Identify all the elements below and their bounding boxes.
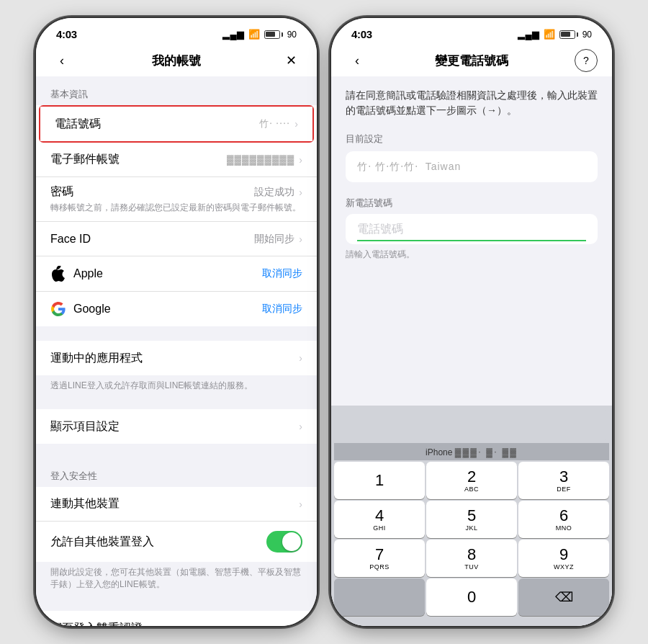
apps-label: 運動中的應用程式 — [50, 351, 143, 366]
key-6-num: 6 — [559, 508, 568, 524]
key-0-num: 0 — [467, 589, 476, 605]
status-bar-left: 4:03 ▂▄▆ 📶 90 — [36, 18, 317, 45]
status-bar-right: 4:03 ▂▄▆ 📶 90 — [331, 18, 612, 45]
phone-number-input[interactable] — [357, 221, 586, 241]
key-3[interactable]: 3 DEF — [518, 462, 609, 499]
allow-login-label: 允許自其他裝置登入 — [50, 535, 154, 550]
apple-label: Apple — [73, 267, 103, 280]
time-left: 4:03 — [56, 28, 77, 40]
faceid-label: Face ID — [50, 233, 91, 246]
faceid-status: 開始同步 — [254, 233, 294, 246]
apps-item[interactable]: 運動中的應用程式 › — [36, 341, 317, 375]
password-sub: 轉移帳號之前，請務必確認您已設定最新的密碼與電子郵件帳號。 — [50, 202, 301, 214]
key-7[interactable]: 7 PQRS — [334, 540, 425, 577]
web-login-chevron: › — [299, 622, 302, 626]
phone-label: 電話號碼 — [55, 117, 101, 132]
numeric-keyboard: iPhone ▓▓▓‧ ▓‧ ▓▓ 1 2 ABC 3 DEF — [331, 406, 612, 626]
key-8-num: 8 — [467, 547, 476, 563]
status-icons-right: ▂▄▆ 📶 90 — [518, 29, 592, 40]
password-item[interactable]: 密碼 設定成功 › 轉移帳號之前，請務必確認您已設定最新的密碼與電子郵件帳號。 — [36, 177, 317, 222]
google-label: Google — [73, 303, 111, 316]
keyboard-rows: 1 2 ABC 3 DEF 4 GHI — [334, 462, 609, 616]
section-security-label: 登入安全性 — [36, 458, 317, 487]
phone-number-item[interactable]: 電話號碼 竹‧ ‧‧‧‧ › — [40, 107, 312, 141]
page-title-left: 我的帳號 — [152, 53, 201, 69]
phone-right: 竹‧ ‧‧‧‧ › — [259, 117, 298, 130]
display-item[interactable]: 顯示項目設定 › — [36, 409, 317, 444]
key-1-num: 1 — [375, 473, 384, 488]
google-action[interactable]: 取消同步 — [262, 303, 302, 316]
battery-pct-r: 90 — [582, 30, 592, 40]
web-login-item[interactable]: 網頁登入雙重認證 › — [36, 611, 317, 626]
key-4-letters: GHI — [373, 524, 386, 532]
back-button-right[interactable]: ‹ — [346, 49, 369, 72]
apple-right: 取消同步 — [262, 267, 302, 280]
apple-left: Apple — [50, 266, 103, 282]
key-extra-left[interactable] — [334, 578, 425, 616]
page-title-right: 變更電話號碼 — [435, 53, 508, 69]
phone-value: 竹‧ ‧‧‧‧ — [259, 117, 291, 130]
display-label: 顯示項目設定 — [50, 419, 120, 434]
nav-bar-left: ‹ 我的帳號 ✕ — [36, 45, 317, 76]
help-button[interactable]: ? — [575, 49, 598, 72]
key-9[interactable]: 9 WXYZ — [518, 540, 609, 577]
key-6[interactable]: 6 MNO — [518, 501, 609, 538]
google-icon — [50, 301, 66, 317]
key-0[interactable]: 0 — [426, 578, 517, 616]
email-label: 電子郵件帳號 — [50, 152, 120, 167]
keyboard-iphone-bar: iPhone ▓▓▓‧ ▓‧ ▓▓ — [334, 443, 609, 460]
backspace-icon: ⌫ — [555, 589, 573, 605]
wifi-icon-r: 📶 — [544, 29, 555, 40]
faceid-item[interactable]: Face ID 開始同步 › — [36, 222, 317, 256]
wifi-icon: 📶 — [248, 29, 260, 40]
password-top: 密碼 設定成功 › — [50, 184, 302, 200]
password-label: 密碼 — [50, 184, 73, 200]
allow-login-toggle[interactable] — [266, 531, 302, 553]
security-group: 連動其他裝置 › 允許自其他裝置登入 — [36, 487, 317, 562]
nav-bar-right: ‹ 變更電話號碼 ? — [331, 45, 612, 76]
email-value: ▓▓▓▓▓▓▓▓▓ — [227, 154, 294, 165]
key-3-num: 3 — [559, 469, 568, 485]
google-item[interactable]: Google 取消同步 — [36, 292, 317, 326]
key-1[interactable]: 1 — [334, 462, 425, 499]
password-status: 設定成功 — [254, 186, 294, 199]
key-5[interactable]: 5 JKL — [426, 501, 517, 538]
key-backspace[interactable]: ⌫ — [518, 578, 609, 616]
other-devices-item[interactable]: 連動其他裝置 › — [36, 487, 317, 522]
other-devices-label: 連動其他裝置 — [50, 496, 120, 511]
allow-login-item[interactable]: 允許自其他裝置登入 — [36, 522, 317, 562]
keyboard-row-3: 7 PQRS 8 TUV 9 WXYZ — [334, 540, 609, 577]
apps-chevron: › — [299, 352, 302, 364]
key-5-num: 5 — [467, 508, 476, 524]
basic-info-group: 電話號碼 竹‧ ‧‧‧‧ › 電子郵件帳號 ▓▓▓▓▓▓▓▓▓ › — [36, 105, 317, 326]
key-2-letters: ABC — [464, 486, 479, 493]
web-login-group: 網頁登入雙重認證 › — [36, 611, 317, 626]
key-8[interactable]: 8 TUV — [426, 540, 517, 577]
key-4[interactable]: 4 GHI — [334, 501, 425, 538]
password-right: 設定成功 › — [254, 186, 302, 199]
key-9-letters: WXYZ — [554, 563, 574, 571]
key-5-letters: JKL — [465, 524, 477, 532]
back-button-left[interactable]: ‹ — [50, 49, 73, 72]
apple-action[interactable]: 取消同步 — [262, 267, 302, 280]
apps-sub: 透過LINE登入或允許存取而與LINE帳號連結的服務。 — [36, 375, 317, 395]
other-devices-chevron: › — [299, 498, 302, 510]
status-icons-left: ▂▄▆ 📶 90 — [222, 29, 297, 40]
email-item[interactable]: 電子郵件帳號 ▓▓▓▓▓▓▓▓▓ › — [36, 143, 317, 177]
left-screen-content: 基本資訊 電話號碼 竹‧ ‧‧‧‧ › 電子郵件帳號 — [36, 76, 317, 626]
apple-icon — [50, 266, 66, 282]
iphone-dots: ▓▓▓‧ ▓‧ ▓▓ — [455, 447, 518, 457]
left-phone: 4:03 ▂▄▆ 📶 90 ‹ 我的帳號 ✕ 基本資訊 — [36, 18, 317, 626]
keyboard-row-1: 1 2 ABC 3 DEF — [334, 462, 609, 499]
signal-icon: ▂▄▆ — [222, 29, 243, 40]
google-left: Google — [50, 301, 111, 317]
apple-item[interactable]: Apple 取消同步 — [36, 256, 317, 292]
keyboard-row-4: 0 ⌫ — [334, 578, 609, 616]
section-basic-label: 基本資訊 — [36, 76, 317, 105]
key-2[interactable]: 2 ABC — [426, 462, 517, 499]
close-button[interactable]: ✕ — [279, 49, 302, 72]
battery-icon — [264, 30, 283, 39]
current-number: 竹‧ 竹‧竹‧竹‧ Taiwan — [346, 151, 598, 182]
current-number-value: 竹‧ 竹‧竹‧竹‧ Taiwan — [357, 161, 461, 172]
battery-icon-r — [559, 30, 578, 39]
